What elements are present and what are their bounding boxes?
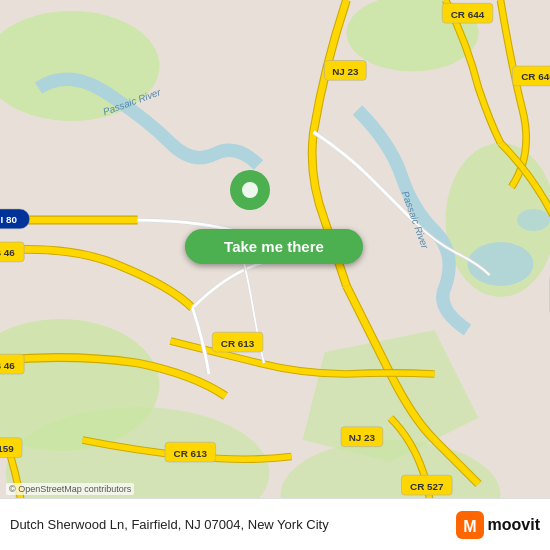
- attribution-text: © OpenStreetMap contributors: [9, 484, 131, 494]
- location-pin: [230, 170, 270, 224]
- svg-point-41: [242, 182, 258, 198]
- svg-text:US 46: US 46: [0, 360, 15, 371]
- svg-text:M: M: [463, 518, 476, 535]
- svg-text:CR 644: CR 644: [451, 9, 485, 20]
- svg-point-9: [517, 209, 550, 231]
- address-text: Dutch Sherwood Ln, Fairfield, NJ 07004, …: [10, 517, 448, 532]
- svg-text:159: 159: [0, 443, 14, 454]
- svg-text:NJ 23: NJ 23: [349, 432, 376, 443]
- bottom-bar: Dutch Sherwood Ln, Fairfield, NJ 07004, …: [0, 498, 550, 550]
- svg-text:US 46: US 46: [0, 247, 15, 258]
- svg-text:CR 613: CR 613: [174, 448, 208, 459]
- moovit-icon: M: [456, 511, 484, 539]
- map-container: CR 644 NJ 23 CR 640 I 80 US 46 CR 616 CR…: [0, 0, 550, 550]
- svg-text:CR 640: CR 640: [521, 71, 550, 82]
- svg-text:NJ 23: NJ 23: [332, 66, 359, 77]
- moovit-text: moovit: [488, 516, 540, 534]
- svg-text:CR 527: CR 527: [410, 481, 444, 492]
- osm-attribution: © OpenStreetMap contributors: [6, 483, 134, 495]
- take-me-there-button[interactable]: Take me there: [185, 229, 363, 264]
- svg-text:I 80: I 80: [1, 214, 18, 225]
- map-background: CR 644 NJ 23 CR 640 I 80 US 46 CR 616 CR…: [0, 0, 550, 550]
- moovit-logo: M moovit: [456, 511, 540, 539]
- svg-text:CR 613: CR 613: [221, 338, 255, 349]
